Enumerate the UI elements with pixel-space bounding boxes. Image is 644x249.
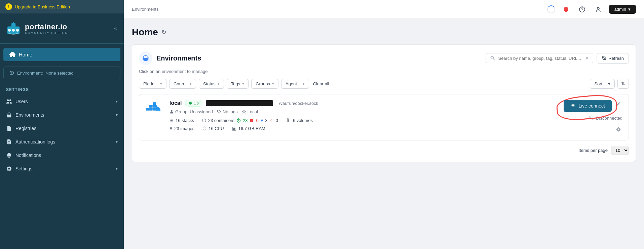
connection-label: Conn... — [174, 81, 188, 86]
tag-icon — [217, 110, 221, 114]
registries-label: Registries — [15, 126, 36, 131]
status-badge: Up — [185, 100, 202, 107]
connection-filter[interactable]: Conn... ▾ — [169, 79, 196, 89]
svg-point-16 — [189, 102, 192, 105]
platform-filter[interactable]: Platfo... ▾ — [139, 79, 166, 89]
help-btn[interactable] — [577, 4, 588, 15]
search-input[interactable] — [498, 56, 582, 61]
environment-label: Environment: — [17, 71, 43, 76]
items-per-page-label: Items per page — [578, 148, 608, 153]
env-settings-btn[interactable] — [614, 125, 622, 135]
sort-direction-btn[interactable]: ⇅ — [617, 79, 629, 89]
status-up-icon — [189, 101, 192, 105]
cpu-stat: ⬡ 16 CPU — [202, 126, 224, 131]
sidebar-item-environments[interactable]: Environments ▾ — [0, 108, 124, 122]
containers-stat: ⬡ 23 containers ⏻ 23 ⏹ 0 ♥ 3 ♡ 0 — [202, 118, 278, 123]
env-card-title: Environments — [156, 54, 201, 62]
home-icon — [9, 51, 15, 58]
platform-chevron: ▾ — [160, 82, 162, 86]
cpu-num: 16 CPU — [209, 126, 224, 131]
refresh-btn-icon — [602, 56, 606, 60]
cpu-icon: ⬡ — [202, 126, 206, 131]
sort-chevron: ▾ — [608, 81, 610, 86]
local-icon — [242, 110, 246, 114]
images-icon: ≡ — [169, 126, 172, 131]
stacks-num: 16 stacks — [176, 118, 194, 123]
clear-all-btn[interactable]: Clear all — [312, 79, 331, 88]
refresh-button[interactable]: Refresh — [597, 53, 629, 64]
upgrade-banner[interactable]: ! Upgrade to Business Edition — [0, 0, 124, 14]
images-num: 23 images — [174, 126, 194, 131]
env-name-row: local Up /var/run/docker.sock — [169, 100, 558, 107]
volumes-stat: 🗄 6 volumes — [286, 118, 313, 123]
env-local-label: Local — [248, 109, 258, 114]
user-icon-btn[interactable] — [593, 4, 604, 15]
stacks-icon: ⊞ — [169, 118, 174, 123]
stopped-num: ⏹ — [250, 118, 254, 123]
groups-chevron: ▾ — [272, 82, 274, 86]
svg-point-3 — [8, 29, 11, 32]
env-path: /var/run/docker.sock — [279, 101, 318, 106]
per-page-select[interactable]: 10 25 50 — [611, 146, 629, 155]
svg-point-4 — [12, 29, 15, 32]
images-stat: ≡ 23 images — [169, 126, 194, 131]
sidebar-item-users[interactable]: Users ▾ — [0, 95, 124, 108]
page-content: Home ↻ Environments — [124, 19, 644, 249]
users-chevron: ▾ — [116, 99, 118, 104]
disconnected-icon — [589, 115, 594, 121]
upgrade-label: Upgrade to Business Edition — [15, 4, 70, 9]
agent-filter[interactable]: Agent... ▾ — [281, 79, 309, 89]
containers-icon: ⬡ — [202, 118, 206, 123]
env-stats: ⊞ 16 stacks ⬡ 23 containers ⏻ 23 ⏹ 0 ♥ 3 — [169, 118, 558, 123]
env-meta: Group: Unassigned No tags — [169, 109, 558, 114]
bell-icon — [563, 6, 569, 13]
breadcrumb: Environments — [132, 7, 158, 12]
notifications-bell-btn[interactable] — [561, 4, 571, 15]
ram-icon: ▣ — [232, 126, 236, 131]
live-connect-btn[interactable]: Live connect — [564, 100, 612, 112]
unhealthy-count: 0 — [276, 118, 278, 123]
search-clear-btn[interactable]: ✕ — [585, 55, 589, 61]
environment-selector[interactable]: Environment: None selected — [3, 67, 120, 79]
group-icon — [169, 110, 174, 114]
groups-label: Groups — [256, 81, 270, 86]
page-refresh-btn[interactable]: ↻ — [161, 29, 166, 36]
tags-filter[interactable]: Tags ▾ — [227, 79, 249, 89]
pagination-area: Items per page 10 25 50 — [139, 146, 629, 155]
groups-filter[interactable]: Groups ▾ — [251, 79, 278, 89]
agent-chevron: ▾ — [303, 82, 305, 86]
database-icon — [142, 55, 149, 61]
top-bar: Environments admin — [124, 0, 644, 19]
volumes-num: 6 volumes — [293, 118, 313, 123]
settings-section-label: Settings — [0, 85, 124, 95]
svg-rect-2 — [13, 22, 14, 24]
healthy-count: 3 — [265, 118, 267, 123]
svg-rect-10 — [149, 108, 152, 110]
running-count: 23 — [243, 118, 248, 123]
agent-label: Agent... — [286, 81, 301, 86]
environment-row: local Up /var/run/docker.sock — [139, 94, 629, 140]
users-icon — [6, 98, 12, 105]
sidebar-item-registries[interactable]: Registries — [0, 122, 124, 135]
notifications-label: Notifications — [15, 153, 41, 158]
user-menu-btn[interactable]: admin ▾ — [609, 5, 636, 14]
sort-btn[interactable]: Sort... ▾ — [590, 79, 615, 89]
platform-label: Platfo... — [143, 81, 158, 86]
status-filter[interactable]: Status ▾ — [199, 79, 224, 89]
sidebar-item-notifications[interactable]: Notifications — [0, 149, 124, 162]
sidebar-item-auth-logs[interactable]: Authentication logs ▾ — [0, 135, 124, 149]
sidebar-item-settings-left: Settings — [6, 166, 33, 172]
environments-chevron: ▾ — [116, 113, 118, 117]
connection-chevron: ▾ — [190, 82, 192, 86]
wifi-icon — [570, 103, 576, 109]
sidebar-item-home[interactable]: Home — [3, 48, 120, 61]
edit-env-btn[interactable] — [614, 100, 622, 109]
redacted-url — [206, 100, 273, 106]
stacks-stat: ⊞ 16 stacks — [169, 118, 194, 123]
collapse-sidebar-btn[interactable]: « — [113, 24, 118, 33]
env-card-header: Environments ✕ Refresh — [139, 51, 629, 65]
containers-num: 23 containers — [208, 118, 234, 123]
environment-selector-icon — [9, 70, 14, 76]
sidebar-item-settings[interactable]: Settings ▾ — [0, 162, 124, 175]
disconnected-label: Disconnected — [596, 116, 622, 121]
